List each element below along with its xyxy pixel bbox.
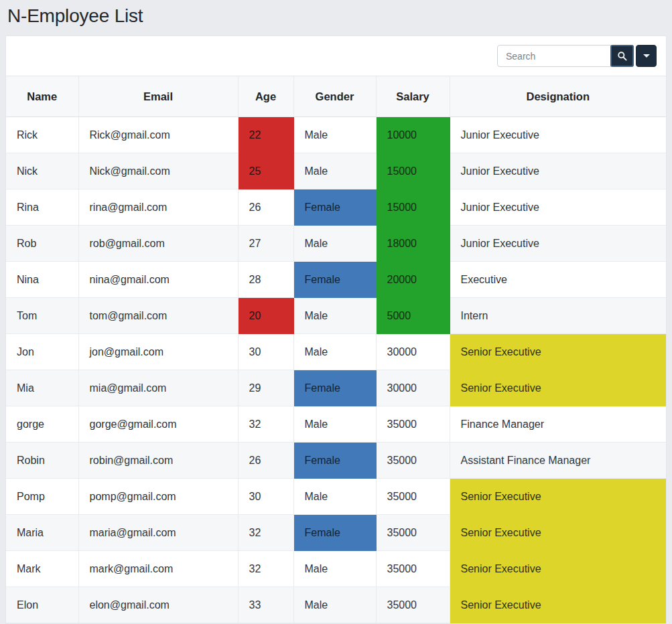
cell-designation: Assistant Finance Manager — [450, 443, 666, 479]
cell-gender: Male — [293, 551, 376, 587]
cell-designation: Junior Executive — [450, 153, 666, 189]
employee-list-card: Name Email Age Gender Salary Designation… — [5, 35, 667, 624]
cell-age: 32 — [238, 406, 293, 443]
cell-designation: Senior Executive — [450, 370, 666, 406]
employee-table-body: Rick Rick@gmail.com 22 Male 10000 Junior… — [6, 117, 666, 623]
table-toolbar — [6, 36, 666, 76]
caret-down-icon — [643, 54, 650, 58]
cell-age: 33 — [238, 587, 293, 623]
cell-salary: 35000 — [376, 406, 450, 443]
cell-gender: Female — [293, 262, 376, 298]
cell-age: 32 — [238, 551, 293, 587]
table-row: Rob rob@gmail.com 27 Male 18000 Junior E… — [6, 226, 666, 262]
cell-salary: 30000 — [376, 370, 450, 406]
cell-email: gorge@gmail.com — [78, 406, 238, 443]
table-row: Mark mark@gmail.com 32 Male 35000 Senior… — [6, 551, 666, 587]
cell-gender: Male — [293, 153, 376, 189]
cell-salary: 35000 — [376, 515, 450, 551]
cell-designation: Senior Executive — [450, 551, 666, 587]
search-group — [497, 45, 657, 67]
magnifier-icon — [617, 51, 628, 62]
cell-salary: 15000 — [376, 189, 450, 226]
cell-email: robin@gmail.com — [78, 443, 238, 479]
search-button[interactable] — [610, 45, 634, 67]
cell-gender: Female — [293, 443, 376, 479]
cell-gender: Male — [293, 298, 376, 334]
column-header-name[interactable]: Name — [6, 76, 78, 117]
table-row: Pomp pomp@gmail.com 30 Male 35000 Senior… — [6, 479, 666, 515]
table-row: Tom tom@gmail.com 20 Male 5000 Intern — [6, 298, 666, 334]
cell-designation: Finance Manager — [450, 406, 666, 443]
cell-gender: Female — [293, 370, 376, 406]
cell-name: Mia — [6, 370, 78, 406]
cell-email: Nick@gmail.com — [78, 153, 238, 189]
cell-name: Rob — [6, 226, 78, 262]
cell-name: Rina — [6, 189, 78, 226]
cell-name: Maria — [6, 515, 78, 551]
column-header-designation[interactable]: Designation — [450, 76, 666, 117]
search-options-dropdown-button[interactable] — [636, 45, 657, 67]
cell-name: Tom — [6, 298, 78, 334]
cell-designation: Intern — [450, 298, 666, 334]
page-title: N-Employee List — [0, 0, 672, 35]
cell-gender: Female — [293, 515, 376, 551]
cell-designation: Senior Executive — [450, 587, 666, 623]
cell-name: Pomp — [6, 479, 78, 515]
cell-email: pomp@gmail.com — [78, 479, 238, 515]
cell-gender: Male — [293, 587, 376, 623]
table-row: Elon elon@gmail.com 33 Male 35000 Senior… — [6, 587, 666, 623]
cell-email: nina@gmail.com — [78, 262, 238, 298]
cell-age: 26 — [238, 189, 293, 226]
cell-salary: 20000 — [376, 262, 450, 298]
table-row: Mia mia@gmail.com 29 Female 30000 Senior… — [6, 370, 666, 406]
table-row: Nina nina@gmail.com 28 Female 20000 Exec… — [6, 262, 666, 298]
cell-name: gorge — [6, 406, 78, 443]
cell-salary: 35000 — [376, 443, 450, 479]
cell-salary: 10000 — [376, 117, 450, 153]
table-row: Rina rina@gmail.com 26 Female 15000 Juni… — [6, 189, 666, 226]
search-input[interactable] — [497, 45, 611, 67]
cell-salary: 30000 — [376, 334, 450, 370]
table-row: gorge gorge@gmail.com 32 Male 35000 Fina… — [6, 406, 666, 443]
cell-salary: 35000 — [376, 479, 450, 515]
cell-age: 26 — [238, 443, 293, 479]
cell-designation: Junior Executive — [450, 117, 666, 153]
cell-salary: 5000 — [376, 298, 450, 334]
cell-name: Jon — [6, 334, 78, 370]
cell-age: 32 — [238, 515, 293, 551]
cell-age: 20 — [238, 298, 293, 334]
employee-table: Name Email Age Gender Salary Designation… — [6, 76, 666, 623]
cell-name: Robin — [6, 443, 78, 479]
cell-designation: Senior Executive — [450, 515, 666, 551]
cell-designation: Junior Executive — [450, 226, 666, 262]
cell-designation: Junior Executive — [450, 189, 666, 226]
column-header-gender[interactable]: Gender — [293, 76, 376, 117]
table-row: Nick Nick@gmail.com 25 Male 15000 Junior… — [6, 153, 666, 189]
cell-age: 28 — [238, 262, 293, 298]
column-header-email[interactable]: Email — [78, 76, 238, 117]
cell-age: 30 — [238, 479, 293, 515]
cell-gender: Male — [293, 117, 376, 153]
cell-email: tom@gmail.com — [78, 298, 238, 334]
cell-email: maria@gmail.com — [78, 515, 238, 551]
cell-gender: Male — [293, 479, 376, 515]
table-row: Rick Rick@gmail.com 22 Male 10000 Junior… — [6, 117, 666, 153]
column-header-salary[interactable]: Salary — [376, 76, 450, 117]
cell-age: 30 — [238, 334, 293, 370]
cell-gender: Male — [293, 226, 376, 262]
cell-name: Elon — [6, 587, 78, 623]
cell-email: Rick@gmail.com — [78, 117, 238, 153]
cell-salary: 15000 — [376, 153, 450, 189]
cell-age: 29 — [238, 370, 293, 406]
cell-email: rob@gmail.com — [78, 226, 238, 262]
cell-salary: 35000 — [376, 551, 450, 587]
cell-email: mark@gmail.com — [78, 551, 238, 587]
table-header-row: Name Email Age Gender Salary Designation — [6, 76, 666, 117]
column-header-age[interactable]: Age — [238, 76, 293, 117]
cell-email: elon@gmail.com — [78, 587, 238, 623]
table-row: Maria maria@gmail.com 32 Female 35000 Se… — [6, 515, 666, 551]
cell-name: Rick — [6, 117, 78, 153]
cell-salary: 18000 — [376, 226, 450, 262]
cell-name: Nick — [6, 153, 78, 189]
cell-name: Nina — [6, 262, 78, 298]
